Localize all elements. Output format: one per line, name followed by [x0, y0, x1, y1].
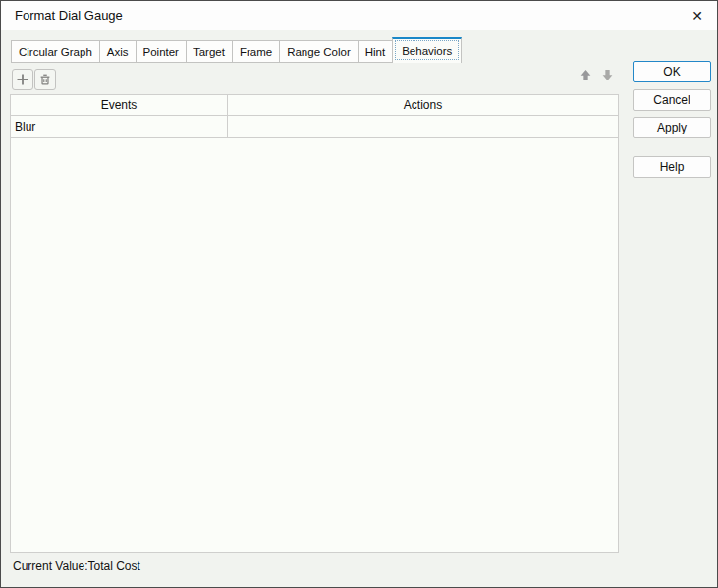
add-event-button[interactable]: [12, 69, 33, 90]
help-button[interactable]: Help: [633, 156, 711, 178]
column-header-events[interactable]: Events: [11, 95, 228, 115]
plus-icon: [16, 73, 29, 86]
move-up-button[interactable]: [576, 65, 596, 85]
tab-circular-graph[interactable]: Circular Graph: [11, 40, 100, 63]
tab-target[interactable]: Target: [186, 40, 233, 63]
tab-frame[interactable]: Frame: [232, 40, 280, 63]
behaviors-table: Events Actions Blur: [10, 94, 619, 553]
event-cell[interactable]: Blur: [11, 116, 228, 137]
tab-range-color[interactable]: Range Color: [279, 40, 359, 63]
table-row[interactable]: Blur: [11, 116, 618, 138]
trash-icon: [38, 73, 52, 86]
apply-button[interactable]: Apply: [633, 117, 711, 138]
dialog-title: Format Dial Gauge: [15, 8, 123, 23]
column-header-actions[interactable]: Actions: [228, 95, 618, 115]
current-value-label: Current Value:Total Cost: [13, 560, 140, 573]
move-down-button[interactable]: [597, 65, 618, 85]
close-icon[interactable]: ✕: [685, 3, 710, 28]
table-header-row: Events Actions: [11, 95, 618, 116]
arrow-down-icon: [600, 68, 615, 82]
action-cell[interactable]: [228, 116, 618, 137]
titlebar: Format Dial Gauge ✕: [1, 1, 717, 30]
tab-behaviors[interactable]: Behaviors: [392, 37, 462, 63]
tab-axis[interactable]: Axis: [99, 40, 137, 63]
arrow-up-icon: [579, 68, 593, 82]
delete-event-button[interactable]: [34, 69, 56, 90]
tabbar: Circular Graph Axis Pointer Target Frame…: [11, 37, 461, 63]
tab-pointer[interactable]: Pointer: [136, 40, 187, 63]
tab-hint[interactable]: Hint: [358, 40, 393, 63]
cancel-button[interactable]: Cancel: [633, 89, 711, 111]
format-dial-gauge-dialog: Format Dial Gauge ✕ Circular Graph Axis …: [0, 0, 718, 588]
status-bar: Current Value:Total Cost: [10, 553, 619, 579]
ok-button[interactable]: OK: [633, 61, 711, 82]
